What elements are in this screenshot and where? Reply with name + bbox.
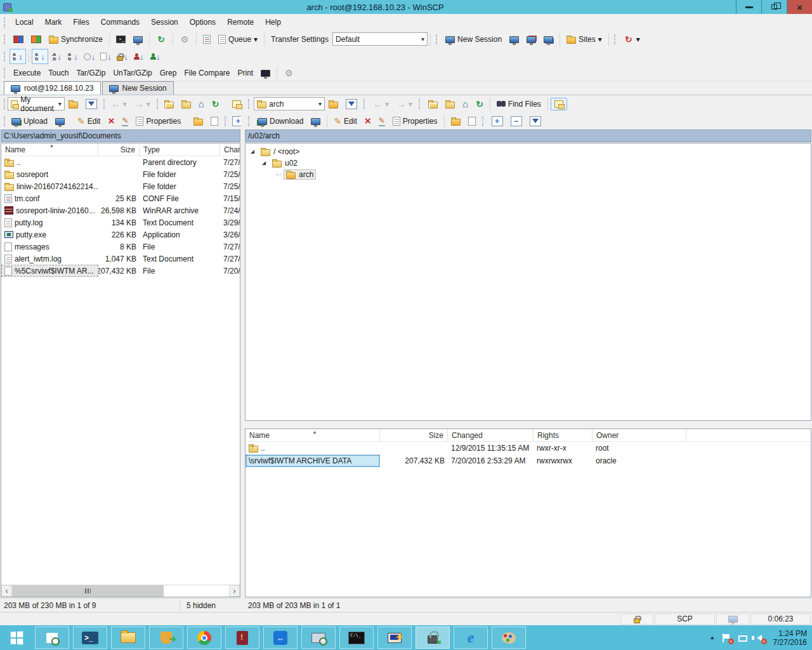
remote-tree-toggle-button[interactable] <box>551 98 567 110</box>
column-header-changed[interactable]: Changed <box>220 143 240 156</box>
scroll-track[interactable] <box>12 585 229 597</box>
local-properties-button[interactable]: Properties <box>132 114 185 128</box>
new-session-button[interactable]: New Session <box>442 32 506 46</box>
tree-item-root[interactable]: / <root> <box>247 146 809 157</box>
taskbar-putty[interactable] <box>377 627 412 649</box>
local-root-dir-button[interactable] <box>178 97 195 111</box>
local-parent-dir-button[interactable] <box>160 97 178 111</box>
file-row[interactable]: .. 12/9/2015 11:35:15 AM rwxr-xr-x root <box>246 442 811 454</box>
taskbar-shield-app[interactable] <box>149 627 183 649</box>
remote-delete-button[interactable]: × <box>361 112 375 130</box>
background-transfers-button[interactable] <box>199 32 214 46</box>
column-header-type[interactable]: Type <box>140 143 220 156</box>
save-session-button[interactable] <box>540 33 557 46</box>
menu-options[interactable]: Options <box>184 15 221 29</box>
column-header-name[interactable]: Name▲ <box>246 429 380 441</box>
local-drive-combo[interactable]: My document ▾ <box>8 97 65 110</box>
swap-panels-button[interactable] <box>27 33 45 46</box>
file-row[interactable]: putty.log 134 KB Text Document 3/29/2 <box>1 216 240 229</box>
network-icon[interactable] <box>738 633 748 643</box>
connection-status[interactable] <box>716 614 749 625</box>
local-filter-button[interactable] <box>82 96 101 112</box>
taskbar-server-manager[interactable] <box>35 627 69 649</box>
remote-new-folder-button[interactable] <box>447 114 464 128</box>
menu-help[interactable]: Help <box>259 15 287 29</box>
sort-by-size-button[interactable]: ↓ <box>98 49 114 64</box>
remote-filter-button[interactable] <box>342 96 361 112</box>
column-header-rights[interactable]: Rights <box>534 429 593 441</box>
find-files-button[interactable]: Find Files <box>493 97 545 111</box>
refresh-session-button[interactable]: ↻ <box>152 32 170 47</box>
remote-path-bar[interactable]: /u02/arch <box>245 129 811 142</box>
file-row[interactable]: putty.exe 226 KB Application 3/26/2 <box>1 229 240 241</box>
print-button[interactable]: Print <box>233 66 257 80</box>
taskbar-clock[interactable]: 1:24 PM 7/27/2016 <box>771 629 807 647</box>
tree-item-arch-selected[interactable]: arch <box>247 169 809 180</box>
sort-by-time-button[interactable]: ↓ <box>81 49 98 64</box>
sort-by-name-button[interactable]: a b↓ <box>32 49 48 64</box>
sort-by-rights-button[interactable]: ↓ <box>114 49 131 64</box>
protocol-status[interactable]: SCP <box>655 614 715 625</box>
download-button[interactable]: Download <box>254 114 307 128</box>
local-rename-button[interactable]: ✎ <box>118 114 132 129</box>
open-terminal-button[interactable]: >_ <box>112 33 129 46</box>
taskbar-powershell[interactable]: >_ <box>73 627 107 649</box>
tree-expander-icon[interactable] <box>251 150 254 154</box>
remote-rename-button[interactable]: ✎ <box>375 114 389 129</box>
action-center-flag-icon[interactable]: × <box>721 633 731 643</box>
duplicate-session-button[interactable] <box>506 33 523 46</box>
column-header-size[interactable]: Size <box>98 143 140 156</box>
local-horizontal-scrollbar[interactable]: ‹ › <box>1 585 240 597</box>
upload-button[interactable]: Upload <box>8 114 51 128</box>
remote-home-dir-button[interactable]: ⌂ <box>459 96 472 112</box>
tree-item-u02[interactable]: u02 <box>247 157 809 169</box>
taskbar-teamviewer[interactable]: ↔ <box>263 627 298 649</box>
file-row[interactable]: tm.conf 25 KB CONF File 7/15/2 <box>1 192 240 204</box>
remote-root-dir-button[interactable] <box>442 97 459 111</box>
session-tab-new[interactable]: New Session <box>102 81 174 95</box>
session-tab-active[interactable]: root@192.168.10.23 <box>4 81 101 95</box>
session-duration[interactable]: 0:06:23 <box>750 614 811 625</box>
remote-drive-combo[interactable]: arch ▾ <box>254 97 325 110</box>
taskbar-cmd[interactable]: C:\_ <box>339 627 374 649</box>
encryption-status[interactable] <box>620 614 653 625</box>
tar-gzip-button[interactable]: Tar/GZip <box>72 66 109 80</box>
menu-session[interactable]: Session <box>145 15 184 29</box>
local-new-folder-button[interactable] <box>190 114 207 128</box>
remote-command-button[interactable] <box>257 67 274 79</box>
sites-button[interactable]: Sites▾ <box>563 32 606 46</box>
volume-muted-icon[interactable]: × <box>754 633 764 643</box>
remote-select-filter-button[interactable] <box>526 114 545 129</box>
sort-by-owner-button[interactable]: ↓ <box>131 49 147 64</box>
local-back-button[interactable]: ←▾ <box>107 96 131 112</box>
column-header-changed[interactable]: Changed <box>448 429 534 441</box>
remote-plus-button[interactable]: + <box>488 114 507 129</box>
column-header-owner[interactable]: Owner <box>593 429 686 441</box>
file-row[interactable]: sosreport File folder 7/25/2 <box>1 168 240 180</box>
file-row[interactable]: .. Parent directory 7/27/2 <box>1 156 240 168</box>
file-row[interactable]: alert_iwtm.log 1,047 KB Text Document 7/… <box>1 253 240 265</box>
sort-by-extension-button[interactable]: .a .b↓ <box>48 49 65 64</box>
sort-ascending-button[interactable]: a b↕ <box>10 49 26 64</box>
execute-button[interactable]: Execute <box>10 66 44 80</box>
taskbar-chrome[interactable] <box>187 627 221 649</box>
remote-refresh-button[interactable]: ↻ <box>472 96 487 112</box>
scroll-thumb[interactable] <box>12 585 164 597</box>
taskbar-paint[interactable] <box>492 627 526 649</box>
download-dialog-button[interactable] <box>307 115 324 128</box>
menu-commands[interactable]: Commands <box>95 15 145 29</box>
remote-back-button[interactable]: ←▾ <box>369 96 393 112</box>
taskbar-winscp-active[interactable] <box>416 627 450 649</box>
column-header-size[interactable]: Size <box>380 429 448 441</box>
local-open-dir-button[interactable] <box>65 97 82 111</box>
column-header-name[interactable]: Name▼ <box>1 143 98 156</box>
upload-dialog-button[interactable] <box>51 115 69 128</box>
remote-forward-button[interactable]: →▾ <box>393 96 416 112</box>
menu-mark[interactable]: Mark <box>39 15 68 29</box>
close-button[interactable]: × <box>787 0 812 14</box>
sort-by-group-button[interactable]: ↓ <box>147 49 164 64</box>
taskbar-internet-explorer[interactable]: e <box>454 627 488 649</box>
remote-edit-button[interactable]: ✎Edit <box>330 114 360 129</box>
queue-button[interactable]: Queue▾ <box>214 32 261 46</box>
file-row[interactable]: liniw-20160724162214... File folder 7/25… <box>1 180 240 192</box>
